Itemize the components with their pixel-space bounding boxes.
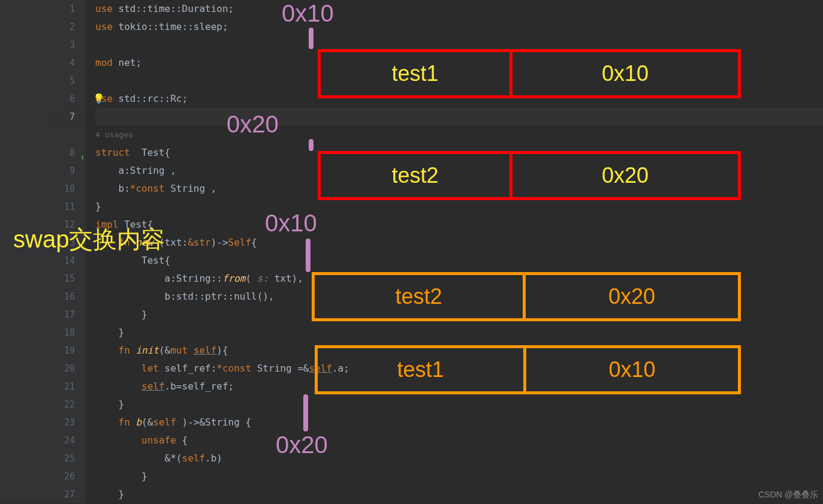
pointer-bar	[309, 28, 313, 49]
line-number: 18	[47, 324, 86, 342]
line-number: 27	[47, 485, 86, 503]
usages-annotation	[47, 126, 86, 144]
line-number: 8⬇	[47, 144, 86, 162]
line-number: 5	[47, 72, 86, 90]
code-line: fn new (txt:&str)->Self{	[95, 234, 823, 252]
code-line: }	[95, 485, 823, 503]
line-number: 9	[47, 162, 86, 180]
swap-label: swap交换内容	[13, 223, 165, 256]
line-number: 6	[47, 90, 86, 108]
address-label-4: 0x20	[276, 431, 328, 458]
line-number: 16	[47, 288, 86, 306]
memory-box-4: test1 0x10	[315, 345, 741, 394]
line-number: 24	[47, 431, 86, 449]
memory-box-1: test1 0x10	[318, 49, 741, 98]
watermark: CSDN @叠叠乐	[758, 490, 818, 500]
usages-hint[interactable]: 4 usages	[95, 126, 823, 144]
code-line: &*(self.b)	[95, 449, 823, 467]
pointer-bar	[306, 239, 310, 272]
line-number: 3	[47, 36, 86, 54]
code-line: use std::time::Duration;	[95, 0, 823, 18]
address-label-1: 0x10	[282, 0, 334, 27]
line-number: 1	[47, 0, 86, 18]
line-number: 19	[47, 342, 86, 360]
mem-cell: test1	[318, 348, 526, 391]
address-label-3: 0x10	[265, 210, 317, 237]
code-line: impl Test{	[95, 216, 823, 234]
line-number: 23	[47, 414, 86, 431]
mem-cell: test1	[321, 52, 513, 95]
pointer-bar	[303, 394, 308, 431]
mem-cell: test2	[321, 154, 513, 197]
mem-cell: 0x20	[526, 275, 738, 318]
address-label-2: 0x20	[227, 111, 279, 138]
line-number: 25	[47, 449, 86, 467]
code-line: unsafe {	[95, 431, 823, 449]
code-line: }	[95, 198, 823, 216]
code-line: Test{	[95, 252, 823, 270]
mem-cell: test2	[315, 275, 526, 318]
line-number: 4	[47, 54, 86, 72]
line-number-current: 7	[47, 108, 86, 126]
code-line: fn b(&self )->&String {	[95, 414, 823, 431]
code-line: }	[95, 324, 823, 342]
lightbulb-icon[interactable]: 💡	[93, 93, 105, 104]
code-line: use tokio::time::sleep;	[95, 18, 823, 36]
line-number: 15	[47, 270, 86, 288]
line-number: 26	[47, 467, 86, 485]
code-line: }	[95, 396, 823, 414]
line-number: 21	[47, 378, 86, 396]
mem-cell: 0x10	[526, 348, 738, 391]
code-line: }	[95, 467, 823, 485]
memory-box-2: test2 0x20	[318, 151, 741, 200]
pointer-bar	[309, 139, 313, 151]
line-number: 11	[47, 198, 86, 216]
line-number: 22	[47, 396, 86, 414]
mem-cell: 0x10	[513, 52, 738, 95]
code-line-current	[95, 108, 823, 126]
mem-cell: 0x20	[513, 154, 738, 197]
line-number: 20	[47, 360, 86, 378]
line-number: 17	[47, 306, 86, 324]
memory-box-3: test2 0x20	[312, 272, 741, 321]
line-number: 2	[47, 18, 86, 36]
line-number: 10	[47, 180, 86, 198]
